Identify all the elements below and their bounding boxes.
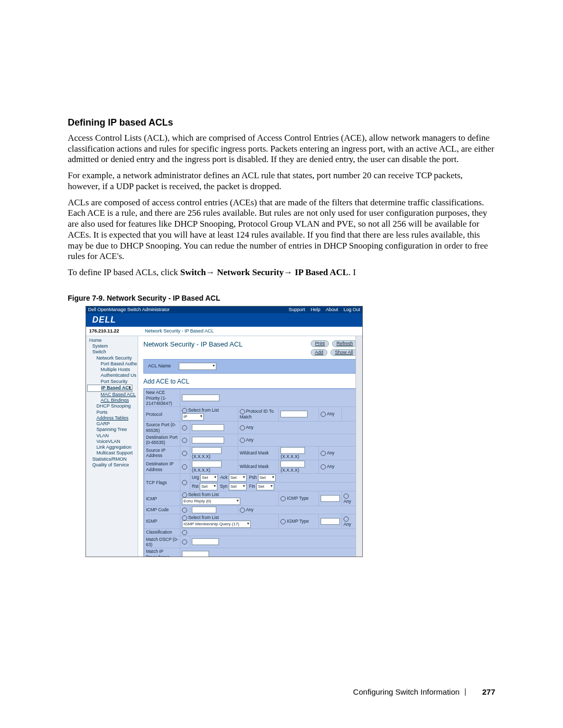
select-igmp[interactable]: IGMP Membership Query (17)	[182, 521, 251, 528]
input-dst-port[interactable]	[192, 437, 224, 443]
radio-dstip-any[interactable]	[321, 464, 326, 470]
input-dst-ip[interactable]	[192, 461, 222, 467]
tree-item[interactable]: Quality of Service	[87, 462, 137, 468]
tree-item[interactable]: Network Security	[87, 355, 137, 361]
footer-chapter: Configuring Switch Information	[353, 687, 459, 696]
label-src-ip: Source IP Address	[144, 446, 180, 460]
acl-name-select[interactable]	[179, 363, 216, 370]
add-button[interactable]: Add	[311, 349, 327, 356]
radio-icmpcode-any[interactable]	[240, 508, 245, 513]
label-src-port: Source Port (0-65535)	[144, 422, 180, 434]
select-protocol[interactable]: IP	[182, 413, 204, 421]
radio-srcip-any[interactable]	[321, 451, 326, 456]
tree-item[interactable]: System	[87, 343, 137, 349]
input-icmp-type[interactable]	[321, 495, 340, 502]
label-dst-ip: Destination IP Address	[144, 460, 180, 473]
input-src-port[interactable]	[192, 424, 224, 431]
label-tcp-flags: TCP Flags	[144, 474, 180, 491]
footer-divider	[465, 688, 466, 696]
radio-igmp-list[interactable]	[182, 515, 187, 521]
figure-caption: Figure 7-9. Network Security - IP Based …	[68, 294, 495, 303]
radio-dstport-any[interactable]	[240, 438, 245, 443]
print-button[interactable]: Print	[311, 340, 329, 347]
showall-button[interactable]: Show All	[331, 349, 357, 356]
vertical-scrollbar[interactable]	[356, 336, 362, 557]
radio-dstport[interactable]	[182, 438, 187, 443]
tree-item[interactable]: Address Tables	[87, 415, 137, 421]
radio-icmp-any[interactable]	[344, 493, 349, 499]
link-help[interactable]: Help	[311, 307, 321, 312]
radio-protocol-any[interactable]	[321, 412, 326, 417]
link-about[interactable]: About	[326, 307, 338, 312]
radio-srcip[interactable]	[182, 451, 187, 456]
paragraph-2: For example, a network administrator def…	[68, 170, 495, 192]
acl-name-panel: ACL Name	[143, 359, 357, 374]
select-icmp[interactable]: Echo Reply (0)	[182, 498, 240, 505]
radio-igmp-any[interactable]	[344, 516, 349, 522]
tree-item[interactable]: Statistics/RMON	[87, 456, 137, 462]
nav-path-paragraph: To define IP based ACLs, click Switch→ N…	[68, 267, 495, 278]
tree-item[interactable]: Port Based Authe	[87, 361, 137, 367]
radio-tcpflags[interactable]	[182, 480, 187, 485]
nav-tree[interactable]: HomeSystemSwitchNetwork SecurityPort Bas…	[86, 336, 138, 557]
radio-protocol-id[interactable]	[240, 409, 245, 414]
tree-item[interactable]: GARP	[87, 421, 137, 427]
select-ack[interactable]: Set	[229, 474, 247, 482]
input-protocol-id[interactable]	[280, 411, 308, 417]
radio-igmp-type[interactable]	[280, 519, 286, 524]
input-priority[interactable]	[182, 394, 219, 401]
nav-path-bold: Switch→ Network Security→ IP Based ACL	[180, 267, 349, 277]
tree-item[interactable]: Spanning Tree	[87, 427, 137, 433]
label-icmp-code: ICMP Code	[144, 506, 180, 514]
input-dscp[interactable]	[192, 538, 219, 545]
refresh-button[interactable]: Refresh	[332, 340, 357, 347]
select-rst[interactable]: Set	[200, 483, 217, 490]
label-dscp: Match DSCP (0-63)	[144, 536, 180, 548]
nav-prefix: To define IP based ACLs, click	[68, 267, 180, 277]
tree-item[interactable]: Link Aggregation	[87, 445, 137, 450]
ace-form-table: New ACE Priority (1-2147483647) Protocol…	[144, 389, 357, 556]
breadcrumb: Network Security - IP Based ACL	[142, 327, 217, 336]
link-logout[interactable]: Log Out	[344, 307, 360, 312]
select-fin[interactable]: Set	[256, 483, 274, 490]
tree-item[interactable]: Authenticated Us	[87, 373, 137, 378]
input-src-wmask[interactable]	[280, 447, 305, 454]
tree-item[interactable]: Ports	[87, 410, 137, 415]
radio-icmp-list[interactable]	[182, 492, 187, 498]
paragraph-1: Access Control Lists (ACL), which are co…	[68, 133, 495, 165]
radio-protocol-list[interactable]	[182, 408, 187, 413]
tree-item[interactable]: Multicast Support	[87, 450, 137, 456]
input-ip-precedence[interactable]	[182, 551, 209, 557]
tree-item[interactable]: ACL Bindings	[87, 398, 137, 403]
tree-item[interactable]: Switch	[87, 349, 137, 355]
tree-item[interactable]: Port Security	[87, 379, 137, 385]
link-support[interactable]: Support	[289, 307, 305, 312]
tree-item[interactable]: Multiple Hosts	[87, 367, 137, 373]
input-igmp-type[interactable]	[321, 518, 340, 525]
paragraph-3: ACLs are composed of access control entr…	[68, 198, 495, 262]
screenshot-ip-based-acl: Dell OpenManage Switch Administrator Sup…	[85, 306, 363, 557]
tree-item[interactable]: VoiceVLAN	[87, 439, 137, 445]
radio-icmp-code[interactable]	[182, 508, 187, 513]
input-src-ip[interactable]	[192, 447, 222, 454]
radio-srcport[interactable]	[182, 425, 187, 430]
select-psh[interactable]: Set	[258, 474, 276, 482]
radio-classification[interactable]	[182, 530, 187, 535]
input-icmp-code[interactable]	[192, 507, 216, 513]
radio-srcport-any[interactable]	[240, 425, 245, 430]
tree-item[interactable]: DHCP Snooping	[87, 403, 137, 409]
radio-dscp[interactable]	[182, 539, 187, 545]
page-title: Network Security - IP Based ACL	[143, 340, 243, 356]
label-new-ace: New ACE Priority (1-2147483647)	[144, 389, 180, 407]
select-syn[interactable]: Set	[229, 483, 247, 490]
radio-dstip[interactable]	[182, 464, 187, 470]
page-footer: Configuring Switch Information 277	[353, 687, 495, 697]
input-dst-wmask[interactable]	[280, 461, 305, 467]
tree-item[interactable]: Home	[87, 338, 137, 343]
tree-item[interactable]: IP Based ACL	[87, 385, 132, 392]
select-urg[interactable]: Set	[200, 474, 218, 482]
tree-item[interactable]: MAC Based ACL	[87, 392, 137, 398]
tree-item[interactable]: VLAN	[87, 433, 137, 439]
add-ace-header: Add ACE to ACL	[143, 378, 357, 386]
radio-icmp-type[interactable]	[280, 496, 286, 501]
